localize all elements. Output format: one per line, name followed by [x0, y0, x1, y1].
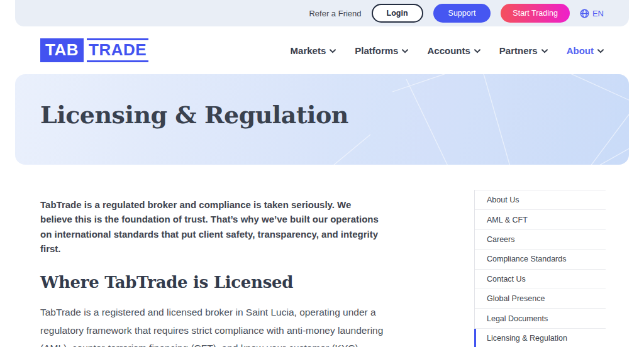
globe-icon [580, 9, 589, 18]
nav-item-partners[interactable]: Partners [499, 45, 548, 56]
sidebar-item-licensing-regulation[interactable]: Licensing & Regulation [475, 328, 606, 347]
language-label: EN [592, 9, 604, 18]
chevron-down-icon [330, 49, 336, 53]
intro-paragraph: TabTrade is a regulated broker and compl… [40, 197, 383, 256]
chevron-down-icon [474, 49, 480, 53]
sidebar-item-about-us[interactable]: About Us [475, 190, 606, 209]
sidebar-item-compliance-standards[interactable]: Compliance Standards [475, 249, 606, 268]
logo-trade: TRADE [87, 38, 148, 62]
support-button[interactable]: Support [433, 4, 491, 23]
about-sidebar-menu: About Us AML & CFT Careers Compliance St… [474, 190, 606, 347]
nav-item-about[interactable]: About [567, 45, 604, 56]
top-utility-bar: Refer a Friend Login Support Start Tradi… [15, 0, 629, 26]
section-paragraph: TabTrade is a registered and licensed br… [40, 304, 390, 347]
logo-tab: TAB [40, 38, 84, 62]
sidebar-item-aml-cft[interactable]: AML & CFT [475, 209, 606, 229]
main-navigation: Markets Platforms Accounts Partners Abou… [291, 45, 604, 56]
language-selector[interactable]: EN [580, 9, 604, 18]
sidebar-item-legal-documents[interactable]: Legal Documents [475, 308, 606, 328]
main-area: TabTrade is a regulated broker and compl… [0, 165, 644, 347]
section-heading: Where TabTrade is Licensed [40, 273, 390, 292]
sidebar-item-careers[interactable]: Careers [475, 229, 606, 249]
nav-item-accounts[interactable]: Accounts [427, 45, 480, 56]
nav-item-platforms[interactable]: Platforms [355, 45, 408, 56]
hero-banner: Licensing & Regulation [15, 74, 629, 165]
chevron-down-icon [402, 49, 408, 53]
tabtrade-logo[interactable]: TAB TRADE [40, 38, 148, 62]
sidebar-item-contact-us[interactable]: Contact Us [475, 269, 606, 289]
nav-item-markets[interactable]: Markets [291, 45, 336, 56]
refer-a-friend-link[interactable]: Refer a Friend [309, 9, 361, 18]
sidebar-item-global-presence[interactable]: Global Presence [475, 289, 606, 308]
chevron-down-icon [541, 49, 548, 53]
page-title: Licensing & Regulation [15, 74, 629, 129]
site-header: TAB TRADE Markets Platforms Accounts Par… [0, 26, 644, 74]
chevron-down-icon [597, 49, 604, 53]
article-content: TabTrade is a regulated broker and compl… [40, 197, 390, 347]
login-button[interactable]: Login [372, 4, 423, 23]
start-trading-button[interactable]: Start Trading [501, 4, 570, 23]
